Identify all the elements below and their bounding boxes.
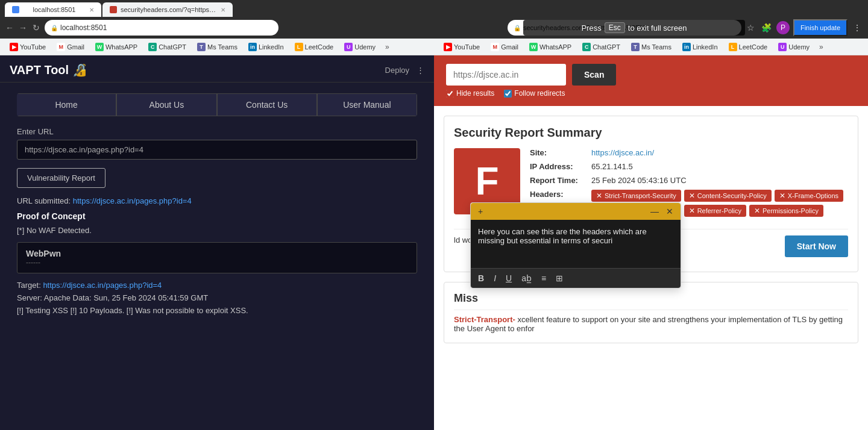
nav-manual[interactable]: User Manual: [317, 93, 417, 116]
bookmarks-more-left[interactable]: »: [382, 41, 393, 53]
nav-about[interactable]: About Us: [116, 93, 216, 116]
deploy-menu-icon[interactable]: ⋮: [417, 66, 424, 75]
reload-btn[interactable]: ↻: [31, 23, 41, 33]
bookmark-youtube-right[interactable]: ▶ YouTube: [439, 41, 485, 53]
back-btn[interactable]: ←: [5, 23, 14, 33]
fullscreen-bar: Press Esc to exit full screen: [523, 20, 745, 36]
bookmarks-more-right[interactable]: »: [816, 41, 827, 53]
bookmark-label-cgpt-left: ChatGPT: [159, 43, 186, 51]
url-submitted-link[interactable]: https://djsce.ac.in/pages.php?id=4: [73, 196, 192, 205]
bookmark-label-udemy-right: Udemy: [788, 43, 810, 51]
deploy-btn[interactable]: Deploy: [385, 66, 409, 75]
cgpt-favicon-right: C: [582, 43, 591, 51]
li-favicon-right: in: [682, 43, 691, 51]
missing-title: Miss: [454, 292, 848, 305]
scan-input[interactable]: [446, 64, 566, 86]
popup-body-text: Here you can see this are the headers wh…: [478, 227, 647, 245]
site-label: Site:: [530, 148, 584, 157]
lc-favicon-right: L: [729, 43, 737, 51]
bookmark-udemy-right[interactable]: U Udemy: [773, 41, 814, 53]
popup-titlebar-dots: — ✕: [648, 205, 676, 217]
bookmark-whatsapp-right[interactable]: W WhatsAPP: [524, 41, 576, 53]
tab-close-right[interactable]: ✕: [221, 7, 225, 13]
profile-icon[interactable]: P: [776, 21, 790, 34]
bookmark-gmail-right[interactable]: M Gmail: [486, 41, 523, 53]
bookmark-label-li-right: LinkedIn: [693, 43, 718, 51]
bookmark-gmail-left[interactable]: M Gmail: [52, 41, 89, 53]
waf-text: [*] No WAF Detected.: [17, 226, 417, 235]
tab-close-left[interactable]: ✕: [89, 7, 94, 13]
popup-minimize-btn[interactable]: —: [648, 205, 661, 217]
right-panel: Scan Hide results Follow redirects: [434, 55, 868, 430]
webpwn-title: WebPwn: [26, 249, 408, 258]
address-bar-left[interactable]: 🔒 localhost:8501: [45, 20, 278, 36]
popup-add-btn[interactable]: +: [476, 205, 485, 217]
bookmark-label-li-left: LinkedIn: [259, 43, 284, 51]
ip-value: 65.21.141.5: [591, 162, 633, 171]
popup-italic-btn[interactable]: I: [491, 272, 498, 284]
bookmark-label-teams-right: Ms Teams: [641, 43, 671, 51]
bookmark-linkedin-right[interactable]: in LinkedIn: [678, 41, 723, 53]
start-now-btn[interactable]: Start Now: [785, 235, 848, 257]
lock-icon-right: 🔒: [514, 25, 521, 31]
bookmark-whatsapp-left[interactable]: W VAPT Tool 🔏 WhatsAPP: [90, 41, 142, 53]
tab-bar: localhost:8501 ✕ securityheaders.com/?q=…: [0, 0, 868, 17]
fullscreen-suffix: to exit full screen: [628, 23, 687, 33]
target-link[interactable]: https://djsce.ac.in/pages.php?id=4: [43, 281, 162, 290]
popup-table-btn[interactable]: ⊞: [553, 272, 565, 284]
popup-bold-btn[interactable]: B: [476, 272, 486, 284]
popup-strikethrough-btn[interactable]: ab̲: [519, 272, 534, 284]
bookmark-youtube-left[interactable]: ▶ YouTube: [5, 41, 51, 53]
nav-contact[interactable]: Contact Us: [217, 93, 317, 116]
hide-results-label[interactable]: Hide results: [446, 89, 494, 98]
report-time-label: Report Time:: [530, 176, 584, 185]
tab-right[interactable]: securityheaders.com/?q=https%3A%2F%2Fdjs…: [102, 2, 233, 17]
bookmark-leetcode-left[interactable]: L LeetCode: [290, 41, 339, 53]
site-row: Site: https://djsce.ac.in/: [530, 148, 848, 157]
vulnerability-report-btn[interactable]: Vulnerability Report: [17, 168, 105, 188]
popup-list-btn[interactable]: ≡: [539, 272, 549, 284]
bookmarks-bar-right: ▶ YouTube M Gmail W WhatsAPP C ChatGPT T…: [434, 39, 868, 55]
server-text: Server: Apache Data: Sun, 25 Feb 2024 05…: [17, 293, 417, 302]
url-submitted-text: URL submitted: https://djsce.ac.in/pages…: [17, 196, 417, 205]
report-title: Security Report Summary: [454, 126, 848, 140]
poc-heading: Proof of Concept: [17, 211, 417, 221]
bookmark-chatgpt-left[interactable]: C ChatGPT: [143, 41, 191, 53]
header-tag-rp: ✕Referrer-Policy: [684, 205, 746, 217]
left-nav: Home About Us Contact Us User Manual: [17, 93, 417, 116]
forward-btn[interactable]: →: [18, 23, 28, 33]
bookmark-label-cgpt-right: ChatGPT: [593, 43, 620, 51]
bookmark-linkedin-left[interactable]: in LinkedIn: [244, 41, 289, 53]
ip-label: IP Address:: [530, 162, 584, 171]
tab-left[interactable]: localhost:8501 ✕: [5, 2, 101, 17]
bookmark-msteams-left[interactable]: T Ms Teams: [192, 41, 242, 53]
extension-icon[interactable]: 🧩: [761, 22, 773, 34]
bookmark-chatgpt-right[interactable]: C ChatGPT: [577, 41, 625, 53]
bookmark-label-yt-right: YouTube: [454, 43, 480, 51]
url-input[interactable]: [17, 140, 417, 160]
nav-home[interactable]: Home: [17, 93, 116, 116]
tab-favicon-right: [110, 6, 117, 13]
bookmark-udemy-left[interactable]: U Udemy: [339, 41, 380, 53]
bookmark-label-wa-left-text: WhatsAPP: [105, 43, 137, 51]
left-panel: VAPT Tool 🔏 Deploy ⋮ Home About Us Conta…: [0, 55, 434, 430]
browser-topbar: ← → ↻ 🔒 localhost:8501 Press Esc to exit…: [0, 17, 868, 39]
follow-redirects-label[interactable]: Follow redirects: [504, 89, 565, 98]
menu-icon[interactable]: ⋮: [851, 22, 863, 34]
report-time-value: 25 Feb 2024 05:43:16 UTC: [591, 176, 687, 185]
header-tag-pp: ✕Permissions-Policy: [749, 205, 823, 217]
finish-update-btn[interactable]: Finish update: [793, 19, 848, 36]
follow-redirects-checkbox[interactable]: [504, 90, 512, 98]
popup-underline-btn[interactable]: U: [503, 272, 514, 284]
webpwn-divider: ------: [26, 258, 408, 267]
hide-results-checkbox[interactable]: [446, 90, 454, 98]
bookmark-icon[interactable]: ☆: [745, 22, 757, 34]
bookmark-leetcode-right[interactable]: L LeetCode: [724, 41, 773, 53]
site-link[interactable]: https://djsce.ac.in/: [591, 148, 654, 157]
bookmark-msteams-right[interactable]: T Ms Teams: [626, 41, 676, 53]
ip-row: IP Address: 65.21.141.5: [530, 162, 848, 171]
teams-favicon-left: T: [197, 43, 206, 51]
popup-close-btn[interactable]: ✕: [664, 205, 676, 217]
scan-btn[interactable]: Scan: [572, 64, 616, 86]
header-tag-sts: ✕Strict-Transport-Security: [591, 190, 681, 202]
